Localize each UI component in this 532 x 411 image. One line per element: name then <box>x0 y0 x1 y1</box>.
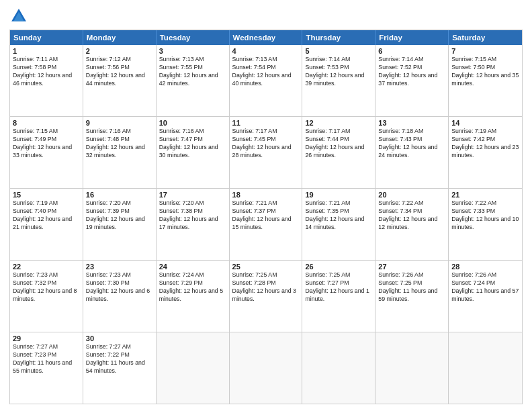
logo-icon <box>9 7 28 26</box>
cal-cell-9: 9Sunrise: 7:16 AMSunset: 7:48 PMDaylight… <box>83 117 157 188</box>
cal-row-1: 8Sunrise: 7:15 AMSunset: 7:49 PMDaylight… <box>10 116 522 188</box>
cal-cell-15: 15Sunrise: 7:19 AMSunset: 7:40 PMDayligh… <box>10 189 83 260</box>
cal-row-3: 22Sunrise: 7:23 AMSunset: 7:32 PMDayligh… <box>10 260 522 332</box>
cal-cell-2: 2Sunrise: 7:12 AMSunset: 7:56 PMDaylight… <box>83 45 157 116</box>
cal-cell-16: 16Sunrise: 7:20 AMSunset: 7:39 PMDayligh… <box>83 189 157 260</box>
calendar-body: 1Sunrise: 7:11 AMSunset: 7:58 PMDaylight… <box>10 45 522 404</box>
cal-cell-22: 22Sunrise: 7:23 AMSunset: 7:32 PMDayligh… <box>10 261 83 332</box>
cal-header-tuesday: Tuesday <box>157 30 230 45</box>
cal-header-friday: Friday <box>375 30 449 45</box>
cal-cell-24: 24Sunrise: 7:24 AMSunset: 7:29 PMDayligh… <box>157 261 230 332</box>
cal-cell-5: 5Sunrise: 7:14 AMSunset: 7:53 PMDaylight… <box>302 45 375 116</box>
cal-cell-3: 3Sunrise: 7:13 AMSunset: 7:55 PMDaylight… <box>157 45 230 116</box>
cal-cell-10: 10Sunrise: 7:16 AMSunset: 7:47 PMDayligh… <box>157 117 230 188</box>
cal-header-wednesday: Wednesday <box>230 30 303 45</box>
calendar-header: SundayMondayTuesdayWednesdayThursdayFrid… <box>10 30 522 45</box>
cal-cell-6: 6Sunrise: 7:14 AMSunset: 7:52 PMDaylight… <box>375 45 449 116</box>
cal-cell-19: 19Sunrise: 7:21 AMSunset: 7:35 PMDayligh… <box>302 189 375 260</box>
cal-header-sunday: Sunday <box>10 30 83 45</box>
cal-cell-14: 14Sunrise: 7:19 AMSunset: 7:42 PMDayligh… <box>449 117 522 188</box>
cal-header-thursday: Thursday <box>302 30 375 45</box>
cal-cell-empty <box>157 332 230 404</box>
cal-cell-empty <box>302 332 375 404</box>
cal-cell-8: 8Sunrise: 7:15 AMSunset: 7:49 PMDaylight… <box>10 117 83 188</box>
cal-cell-26: 26Sunrise: 7:25 AMSunset: 7:27 PMDayligh… <box>302 261 375 332</box>
cal-cell-29: 29Sunrise: 7:27 AMSunset: 7:23 PMDayligh… <box>10 332 83 404</box>
cal-cell-7: 7Sunrise: 7:15 AMSunset: 7:50 PMDaylight… <box>449 45 522 116</box>
cal-cell-25: 25Sunrise: 7:25 AMSunset: 7:28 PMDayligh… <box>230 261 303 332</box>
cal-cell-1: 1Sunrise: 7:11 AMSunset: 7:58 PMDaylight… <box>10 45 83 116</box>
cal-cell-empty <box>375 332 449 404</box>
cal-row-2: 15Sunrise: 7:19 AMSunset: 7:40 PMDayligh… <box>10 188 522 260</box>
cal-row-4: 29Sunrise: 7:27 AMSunset: 7:23 PMDayligh… <box>10 332 522 404</box>
page: SundayMondayTuesdayWednesdayThursdayFrid… <box>0 0 532 411</box>
cal-row-0: 1Sunrise: 7:11 AMSunset: 7:58 PMDaylight… <box>10 45 522 116</box>
calendar: SundayMondayTuesdayWednesdayThursdayFrid… <box>9 30 523 404</box>
cal-cell-empty <box>449 332 522 404</box>
cal-cell-18: 18Sunrise: 7:21 AMSunset: 7:37 PMDayligh… <box>230 189 303 260</box>
cal-cell-20: 20Sunrise: 7:22 AMSunset: 7:34 PMDayligh… <box>375 189 449 260</box>
cal-header-monday: Monday <box>83 30 157 45</box>
cal-cell-21: 21Sunrise: 7:22 AMSunset: 7:33 PMDayligh… <box>449 189 522 260</box>
cal-cell-4: 4Sunrise: 7:13 AMSunset: 7:54 PMDaylight… <box>230 45 303 116</box>
header <box>9 7 523 26</box>
cal-cell-13: 13Sunrise: 7:18 AMSunset: 7:43 PMDayligh… <box>375 117 449 188</box>
cal-header-saturday: Saturday <box>449 30 522 45</box>
cal-cell-28: 28Sunrise: 7:26 AMSunset: 7:24 PMDayligh… <box>449 261 522 332</box>
cal-cell-17: 17Sunrise: 7:20 AMSunset: 7:38 PMDayligh… <box>157 189 230 260</box>
cal-cell-30: 30Sunrise: 7:27 AMSunset: 7:22 PMDayligh… <box>83 332 157 404</box>
cal-cell-27: 27Sunrise: 7:26 AMSunset: 7:25 PMDayligh… <box>375 261 449 332</box>
cal-cell-empty <box>230 332 303 404</box>
logo <box>9 7 31 26</box>
cal-cell-23: 23Sunrise: 7:23 AMSunset: 7:30 PMDayligh… <box>83 261 157 332</box>
cal-cell-12: 12Sunrise: 7:17 AMSunset: 7:44 PMDayligh… <box>302 117 375 188</box>
cal-cell-11: 11Sunrise: 7:17 AMSunset: 7:45 PMDayligh… <box>230 117 303 188</box>
